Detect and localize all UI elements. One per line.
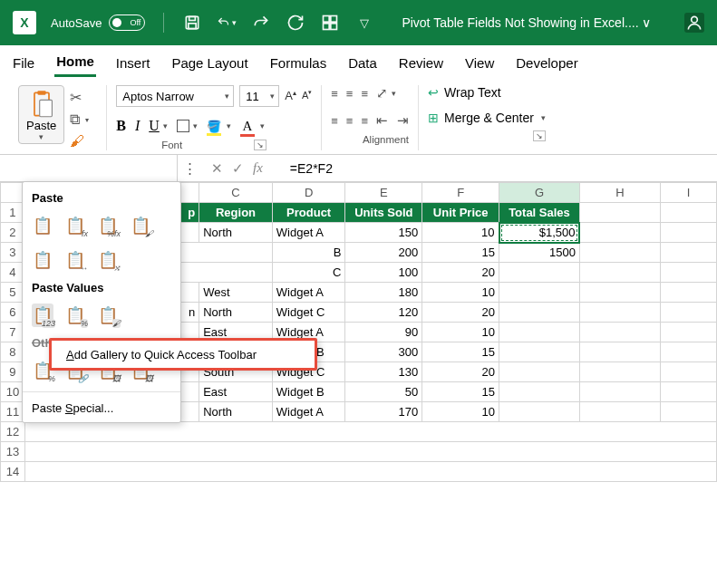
paste-transpose-icon[interactable]: 📋⤭ <box>97 248 119 272</box>
cell[interactable]: Units Sold <box>345 203 422 223</box>
fill-color-button[interactable]: 🪣▾ <box>207 120 231 133</box>
paste-values-icon[interactable]: 📋123 <box>32 304 53 327</box>
col-header-g[interactable]: G <box>499 183 580 203</box>
font-size-select[interactable]: 11 <box>239 85 279 107</box>
cell[interactable] <box>499 342 580 362</box>
tab-page-layout[interactable]: Page Layout <box>170 50 249 76</box>
active-cell[interactable]: $1,500 <box>499 223 580 243</box>
tab-home[interactable]: Home <box>54 48 96 77</box>
cell[interactable]: B <box>272 243 345 263</box>
cell[interactable]: Region <box>199 203 273 223</box>
cell[interactable] <box>660 303 716 323</box>
cell[interactable]: 15 <box>422 382 499 402</box>
align-top-icon[interactable]: ≡ <box>331 87 337 101</box>
cell[interactable] <box>499 263 580 283</box>
cell[interactable] <box>579 223 660 243</box>
cell[interactable]: 200 <box>345 243 422 263</box>
bold-button[interactable]: B <box>116 118 126 134</box>
tab-file[interactable]: File <box>11 50 36 76</box>
row-header[interactable]: 14 <box>1 462 25 482</box>
cell[interactable] <box>579 362 660 382</box>
cell[interactable] <box>660 203 716 223</box>
cell[interactable] <box>579 402 660 422</box>
cell[interactable] <box>660 263 716 283</box>
orientation-icon[interactable]: ⤢▾ <box>376 85 396 101</box>
cell[interactable]: 300 <box>345 342 422 362</box>
align-center-icon[interactable]: ≡ <box>346 114 353 128</box>
cell[interactable]: 100 <box>345 263 422 283</box>
accept-formula-icon[interactable]: ✓ <box>232 160 244 177</box>
paste-keep-source-icon[interactable]: 📋🖌 <box>130 214 151 237</box>
cell[interactable] <box>660 243 716 263</box>
save-icon[interactable] <box>182 13 202 33</box>
cell[interactable] <box>660 283 716 303</box>
cell[interactable] <box>24 442 716 462</box>
paste-values-number-icon[interactable]: 📋% <box>64 304 86 327</box>
underline-button[interactable]: U▾ <box>149 118 168 134</box>
cell[interactable]: Total Sales <box>499 203 580 223</box>
cell[interactable] <box>579 203 660 223</box>
cell[interactable]: 10 <box>422 223 499 243</box>
tab-data[interactable]: Data <box>346 50 379 76</box>
copy-icon[interactable]: ⧉ <box>70 111 80 128</box>
cell[interactable] <box>660 342 716 362</box>
cut-icon[interactable]: ✂ <box>70 89 89 106</box>
undo-icon[interactable]: ▾ <box>217 13 237 33</box>
cell[interactable] <box>660 382 716 402</box>
decrease-indent-icon[interactable]: ⇤ <box>376 112 388 129</box>
paste-no-borders-icon[interactable]: 📋 <box>32 248 53 272</box>
italic-button[interactable]: I <box>135 118 140 134</box>
cell[interactable] <box>499 323 580 342</box>
cell[interactable] <box>660 402 716 422</box>
cell[interactable]: 10 <box>422 402 499 422</box>
name-box[interactable] <box>0 155 178 181</box>
row-header[interactable]: 13 <box>1 442 25 462</box>
cancel-formula-icon[interactable]: ✕ <box>211 160 223 177</box>
cell[interactable] <box>499 402 580 422</box>
cell[interactable] <box>24 462 716 482</box>
cell[interactable]: Widget C <box>272 303 345 323</box>
cell[interactable] <box>579 303 660 323</box>
cell[interactable]: 15 <box>422 342 499 362</box>
row-header[interactable]: 12 <box>1 422 25 442</box>
tab-formulas[interactable]: Formulas <box>268 50 329 76</box>
cell[interactable]: 180 <box>345 283 422 303</box>
cell[interactable]: Widget A <box>272 402 345 422</box>
fx-icon[interactable]: fx <box>253 160 263 176</box>
formula-input[interactable]: =E2*F2 <box>272 161 717 176</box>
cell[interactable]: Widget A <box>272 283 345 303</box>
cell[interactable] <box>499 303 580 323</box>
cell[interactable]: 20 <box>422 263 499 283</box>
cell[interactable]: 120 <box>345 303 422 323</box>
col-header-c[interactable]: C <box>199 183 273 203</box>
cell[interactable]: 150 <box>345 223 422 243</box>
tab-insert[interactable]: Insert <box>114 50 152 76</box>
cell[interactable]: 1500 <box>499 243 580 263</box>
cell[interactable] <box>499 362 580 382</box>
cell[interactable]: East <box>199 382 273 402</box>
paste-all-icon[interactable]: 📋 <box>32 214 53 237</box>
sync-icon[interactable] <box>286 13 305 33</box>
cell[interactable]: 170 <box>345 402 422 422</box>
font-dialog-launcher[interactable]: ↘ <box>254 140 266 150</box>
cell[interactable]: North <box>199 303 273 323</box>
decrease-font-icon[interactable]: A▾ <box>302 89 312 102</box>
align-right-icon[interactable]: ≡ <box>361 114 367 128</box>
increase-indent-icon[interactable]: ⇥ <box>397 112 409 129</box>
cell[interactable] <box>579 283 660 303</box>
borders-button[interactable]: ▾ <box>177 120 198 132</box>
cell[interactable]: 130 <box>345 362 422 382</box>
cell[interactable] <box>660 223 716 243</box>
cell[interactable]: 90 <box>345 323 422 342</box>
col-header-f[interactable]: F <box>422 183 499 203</box>
qat-overflow-icon[interactable]: ▽ <box>354 13 374 33</box>
cell[interactable]: 20 <box>422 362 499 382</box>
cell[interactable]: North <box>199 223 273 243</box>
cell[interactable]: Widget A <box>272 223 345 243</box>
cell[interactable] <box>579 382 660 402</box>
cell[interactable]: West <box>199 283 273 303</box>
col-header-h[interactable]: H <box>579 183 660 203</box>
cell[interactable]: 10 <box>422 323 499 342</box>
align-bottom-icon[interactable]: ≡ <box>361 87 367 101</box>
increase-font-icon[interactable]: A▴ <box>285 89 296 102</box>
